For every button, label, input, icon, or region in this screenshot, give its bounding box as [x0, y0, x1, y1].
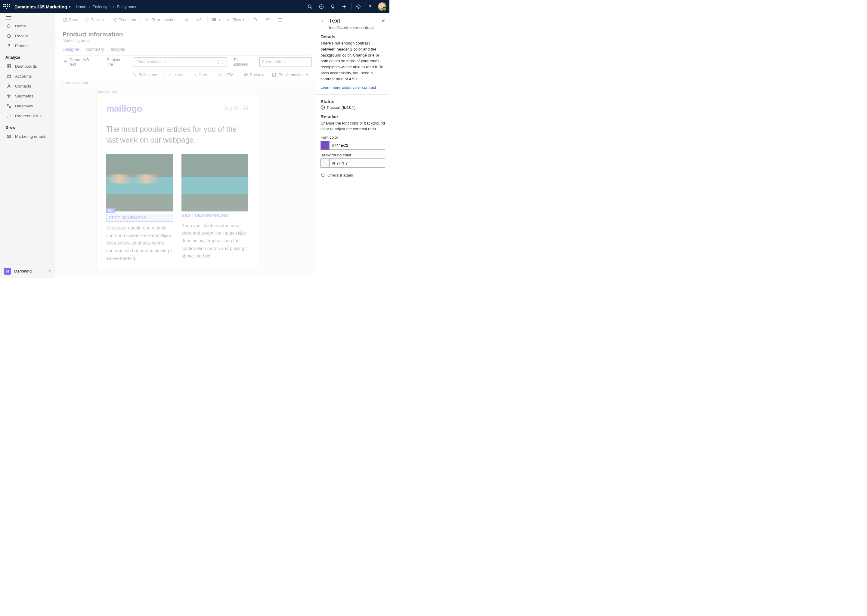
svg-rect-12	[9, 66, 11, 68]
delete-button[interactable]	[275, 13, 287, 26]
svg-rect-42	[64, 18, 66, 19]
nav-item-pinned[interactable]: Pinned〈	[0, 41, 55, 51]
font-color-field[interactable]	[329, 141, 385, 149]
flow-button[interactable]: Flow▾	[223, 13, 248, 26]
svg-point-57	[245, 74, 247, 75]
tabs: Designer Summary Insights	[63, 47, 309, 56]
pin-icon	[5, 44, 12, 48]
nav-label: Dataflows	[15, 104, 33, 108]
status-heading: Status	[321, 99, 385, 104]
nav-item-recent[interactable]: Recent〈	[0, 31, 55, 41]
nav-item-dataflows[interactable]: Dataflows	[0, 101, 55, 111]
svg-point-2	[319, 5, 324, 9]
email-headline[interactable]: The most popular articles for you of the…	[106, 124, 248, 145]
back-button[interactable]: ←	[321, 18, 326, 24]
app-name[interactable]: Dynamics 365 Marketing	[14, 4, 67, 9]
user-avatar[interactable]	[378, 2, 386, 11]
close-button[interactable]: ✕	[381, 18, 385, 24]
email-content[interactable]: maillogo July 22 - 25 The most popular a…	[96, 94, 258, 268]
refresh-button[interactable]	[250, 13, 263, 26]
panel-title: Text	[329, 17, 381, 24]
breadcrumb-item[interactable]: Entity name	[117, 5, 137, 9]
error-checker-button[interactable]: Error checker	[142, 13, 179, 26]
create-ab-test-button[interactable]: +Create A/B test	[60, 56, 100, 68]
to-address-input[interactable]: Enter address	[260, 57, 312, 66]
bg-color-input[interactable]	[321, 159, 385, 168]
article-body[interactable]: Keep your double opt-in email short and …	[106, 224, 173, 262]
svg-rect-54	[279, 19, 282, 21]
svg-point-17	[8, 96, 9, 97]
waffle-icon[interactable]	[3, 3, 10, 10]
fullscreen-button[interactable]: Full screen	[129, 68, 162, 81]
email-logo[interactable]: maillogo	[106, 104, 142, 114]
refresh-icon	[321, 173, 325, 178]
article-image[interactable]	[181, 154, 248, 211]
svg-rect-41	[63, 18, 66, 21]
add-icon[interactable]	[338, 0, 350, 13]
font-color-label: Font color	[321, 135, 385, 140]
tab-summary[interactable]: Summary	[86, 47, 104, 55]
tab-insights[interactable]: Insights	[111, 47, 125, 55]
learn-more-link[interactable]: Learn more about color contrast	[321, 85, 385, 90]
nav-item-marketing-emails[interactable]: Marketing emails	[0, 132, 55, 141]
personalize-icon[interactable]: { }	[217, 60, 224, 64]
tab-designer[interactable]: Designer	[63, 47, 79, 55]
word-button[interactable]: W▾	[209, 13, 223, 26]
breadcrumb: Home›Entity type›Entity name	[76, 5, 137, 9]
article-tag[interactable]: BEST DESTINATIONS	[181, 211, 248, 219]
subject-label: Subject line	[100, 57, 134, 66]
config-row: +Create A/B test Subject line Enter a su…	[55, 56, 316, 68]
email-checker-button[interactable]: Email checker	[269, 68, 311, 81]
nav-heading: Grow	[0, 121, 55, 132]
email-content-label: Email content	[97, 90, 311, 94]
breadcrumb-item[interactable]: Home	[76, 5, 87, 9]
article-tag-selected[interactable]: BEST JOURNEYS	[106, 214, 173, 222]
help-icon[interactable]	[364, 0, 376, 13]
save-button[interactable]: Save	[60, 13, 81, 26]
svg-rect-10	[9, 64, 11, 66]
article-body[interactable]: Keep your double opt-in email short and …	[181, 222, 248, 259]
publish-button[interactable]: Publish	[81, 13, 107, 26]
preview-button[interactable]: Preview	[241, 68, 267, 81]
share-button[interactable]	[194, 13, 206, 26]
settings-icon[interactable]	[353, 0, 364, 13]
dash-icon	[5, 64, 12, 69]
nav-item-contacts[interactable]: Contacts	[0, 81, 55, 91]
check-again-button[interactable]: Check it again	[321, 173, 385, 178]
svg-line-1	[311, 8, 312, 9]
assign-button[interactable]	[181, 13, 194, 26]
subject-input[interactable]: Enter a subject line{ }	[134, 57, 227, 66]
lightbulb-icon[interactable]	[327, 0, 338, 13]
bg-color-swatch[interactable]	[321, 159, 329, 167]
email-background[interactable]: Email content maillogo July 22 - 25 The …	[61, 86, 311, 268]
breadcrumb-item[interactable]: Entity type	[92, 5, 111, 9]
bg-color-field[interactable]	[329, 159, 385, 167]
nav-item-home[interactable]: Home	[0, 21, 55, 31]
test-send-button[interactable]: Test send	[110, 13, 139, 26]
undo-button[interactable]: Undo	[165, 68, 187, 81]
status-row: Passed (5.43:1)	[321, 105, 385, 110]
svg-point-44	[146, 18, 148, 20]
font-color-swatch[interactable]	[321, 141, 329, 149]
nav-item-dashboards[interactable]: Dashboards	[0, 61, 55, 71]
nav-item-accounts[interactable]: Accounts	[0, 71, 55, 81]
email-date[interactable]: July 22 - 25	[223, 106, 248, 111]
svg-point-47	[186, 18, 187, 20]
html-button[interactable]: HTML	[215, 68, 239, 81]
search-icon[interactable]	[304, 0, 316, 13]
nav-label: Marketing emails	[15, 134, 46, 139]
redo-button[interactable]: Redo	[189, 68, 211, 81]
chevron-down-icon[interactable]: ▾	[69, 5, 71, 8]
font-color-input[interactable]	[321, 141, 385, 150]
svg-text:W: W	[213, 18, 216, 21]
area-switcher[interactable]: M Marketing ⇅	[0, 264, 55, 278]
panel-subtitle: Insufficient color contrast	[329, 25, 385, 30]
nav-label: Dashboards	[15, 64, 37, 69]
nav-label: Accounts	[15, 74, 32, 79]
nav-item-segments[interactable]: Segments	[0, 91, 55, 101]
task-icon[interactable]	[316, 0, 327, 13]
hamburger-icon[interactable]	[6, 16, 11, 20]
archive-button[interactable]	[263, 13, 275, 26]
nav-item-redirect-urls[interactable]: Redirect URLs	[0, 111, 55, 121]
article-image[interactable]	[106, 154, 173, 211]
